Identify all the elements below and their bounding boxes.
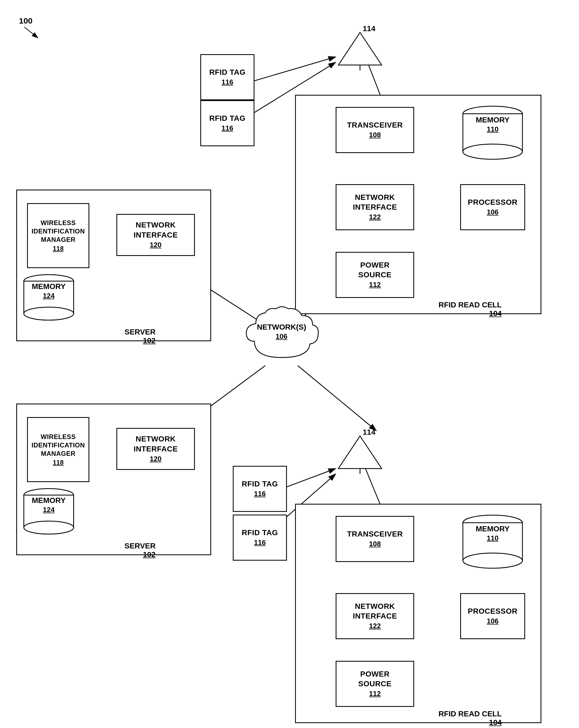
ref-arrow: [22, 24, 43, 41]
rfid-tag-2-top: RFID TAG 116: [200, 100, 254, 146]
network-interface-120-bottom-box: NETWORK INTERFACE 120: [116, 428, 195, 470]
wim-bottom-box: WIRELESS IDENTIFICATION MANAGER 118: [27, 417, 89, 482]
svg-point-35: [24, 521, 74, 534]
rfid-tag-1-bottom: RFID TAG 116: [233, 466, 287, 512]
network-interface-122-top-box: NETWORK INTERFACE 122: [336, 184, 414, 230]
server-bottom-label: SERVER 102: [125, 542, 156, 559]
memory-110-top-cylinder: MEMORY 110: [460, 106, 525, 160]
rfid-tag-2-bottom: RFID TAG 116: [233, 515, 287, 561]
diagram-container: 100 RFID READ CELL 104 TRANSCEIVER 108 M…: [0, 0, 579, 728]
diagram-ref-num: 100: [19, 16, 32, 25]
wim-top-box: WIRELESS IDENTIFICATION MANAGER 118: [27, 203, 89, 268]
rfid-read-cell-top-label: RFID READ CELL 104: [439, 301, 502, 318]
svg-point-27: [463, 144, 522, 159]
transceiver-top-box: TRANSCEIVER 108: [336, 107, 414, 153]
network-cloud: NETWORK(S) 106: [241, 303, 322, 366]
processor-bottom-box: PROCESSOR 106: [460, 593, 525, 639]
svg-marker-39: [338, 436, 382, 469]
antenna-bottom: [333, 433, 387, 474]
network-label: NETWORK(S): [241, 322, 322, 332]
network-interface-120-top-box: NETWORK INTERFACE 120: [116, 214, 195, 256]
svg-line-8: [244, 57, 336, 84]
rfid-read-cell-bottom-label: RFID READ CELL 104: [439, 709, 502, 727]
rfid-tag-1-top: RFID TAG 116: [200, 54, 254, 100]
transceiver-bottom-box: TRANSCEIVER 108: [336, 516, 414, 562]
memory-124-bottom-cylinder: MEMORY 124: [22, 488, 76, 536]
power-source-top-box: POWER SOURCE 112: [336, 252, 414, 298]
svg-point-32: [24, 307, 74, 320]
antenna-bottom-label: 114: [363, 428, 376, 437]
network-interface-122-bottom-box: NETWORK INTERFACE 122: [336, 593, 414, 639]
processor-top-box: PROCESSOR 106: [460, 184, 525, 230]
memory-124-top-cylinder: MEMORY 124: [22, 274, 76, 322]
svg-line-13: [298, 366, 376, 431]
antenna-top-label: 114: [363, 24, 376, 33]
svg-line-24: [24, 27, 38, 38]
antenna-top: [333, 30, 387, 71]
svg-point-38: [463, 553, 522, 568]
server-top-label: SERVER 102: [125, 328, 156, 345]
network-num: 106: [241, 332, 322, 341]
memory-110-bottom-cylinder: MEMORY 110: [460, 515, 525, 569]
power-source-bottom-box: POWER SOURCE 112: [336, 661, 414, 707]
svg-marker-28: [338, 32, 382, 65]
